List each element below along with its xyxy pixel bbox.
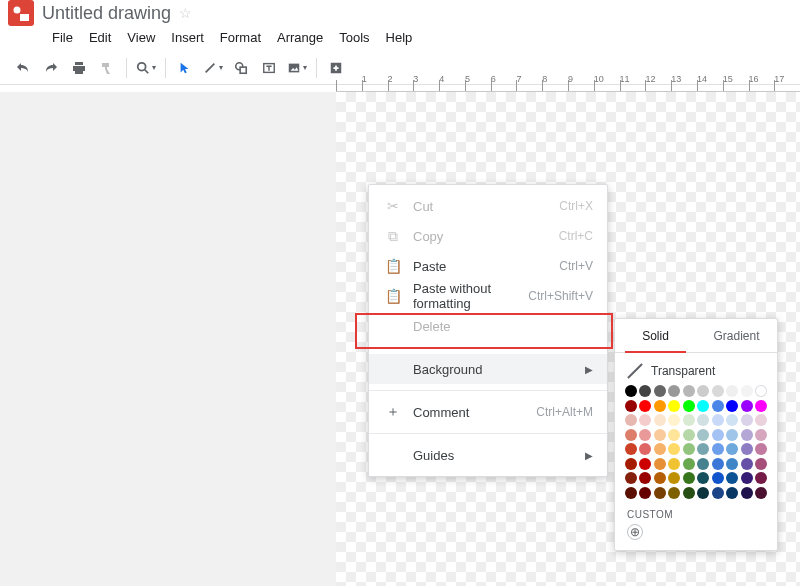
line-tool-icon[interactable] bbox=[200, 55, 226, 81]
color-swatch[interactable] bbox=[668, 443, 680, 455]
ctx-background[interactable]: Background ▶ bbox=[369, 354, 607, 384]
color-swatch[interactable] bbox=[755, 414, 767, 426]
color-swatch[interactable] bbox=[625, 458, 637, 470]
zoom-icon[interactable] bbox=[133, 55, 159, 81]
ctx-paste[interactable]: 📋 Paste Ctrl+V bbox=[369, 251, 607, 281]
color-swatch[interactable] bbox=[654, 443, 666, 455]
color-swatch[interactable] bbox=[625, 472, 637, 484]
color-swatch[interactable] bbox=[654, 400, 666, 412]
menu-insert[interactable]: Insert bbox=[165, 28, 210, 47]
color-swatch[interactable] bbox=[741, 400, 753, 412]
color-swatch[interactable] bbox=[683, 385, 695, 397]
menu-format[interactable]: Format bbox=[214, 28, 267, 47]
color-swatch[interactable] bbox=[697, 443, 709, 455]
color-swatch[interactable] bbox=[654, 458, 666, 470]
color-swatch[interactable] bbox=[683, 458, 695, 470]
tab-solid[interactable]: Solid bbox=[615, 319, 696, 352]
color-swatch[interactable] bbox=[668, 458, 680, 470]
star-icon[interactable]: ☆ bbox=[179, 5, 192, 21]
color-swatch[interactable] bbox=[683, 487, 695, 499]
color-swatch[interactable] bbox=[741, 414, 753, 426]
color-swatch[interactable] bbox=[683, 414, 695, 426]
menu-file[interactable]: File bbox=[46, 28, 79, 47]
color-swatch[interactable] bbox=[741, 458, 753, 470]
textbox-icon[interactable] bbox=[256, 55, 282, 81]
color-swatch[interactable] bbox=[697, 472, 709, 484]
color-swatch[interactable] bbox=[654, 414, 666, 426]
color-swatch[interactable] bbox=[712, 443, 724, 455]
menu-edit[interactable]: Edit bbox=[83, 28, 117, 47]
color-swatch[interactable] bbox=[726, 458, 738, 470]
color-swatch[interactable] bbox=[755, 385, 767, 397]
color-swatch[interactable] bbox=[639, 429, 651, 441]
color-swatch[interactable] bbox=[668, 472, 680, 484]
image-icon[interactable] bbox=[284, 55, 310, 81]
color-swatch[interactable] bbox=[639, 400, 651, 412]
color-swatch[interactable] bbox=[755, 472, 767, 484]
app-logo[interactable] bbox=[8, 0, 34, 26]
color-swatch[interactable] bbox=[697, 414, 709, 426]
color-swatch[interactable] bbox=[712, 487, 724, 499]
color-swatch[interactable] bbox=[697, 400, 709, 412]
color-swatch[interactable] bbox=[741, 429, 753, 441]
redo-icon[interactable] bbox=[38, 55, 64, 81]
color-swatch[interactable] bbox=[755, 429, 767, 441]
color-swatch[interactable] bbox=[639, 458, 651, 470]
color-swatch[interactable] bbox=[625, 429, 637, 441]
menu-view[interactable]: View bbox=[121, 28, 161, 47]
color-swatch[interactable] bbox=[726, 472, 738, 484]
color-swatch[interactable] bbox=[755, 487, 767, 499]
document-title[interactable]: Untitled drawing bbox=[42, 3, 171, 24]
color-swatch[interactable] bbox=[755, 458, 767, 470]
color-swatch[interactable] bbox=[712, 429, 724, 441]
color-swatch[interactable] bbox=[668, 385, 680, 397]
color-swatch[interactable] bbox=[697, 458, 709, 470]
color-swatch[interactable] bbox=[741, 487, 753, 499]
color-swatch[interactable] bbox=[625, 487, 637, 499]
color-swatch[interactable] bbox=[668, 429, 680, 441]
color-swatch[interactable] bbox=[683, 429, 695, 441]
color-swatch[interactable] bbox=[726, 414, 738, 426]
paint-format-icon[interactable] bbox=[94, 55, 120, 81]
color-swatch[interactable] bbox=[726, 385, 738, 397]
color-swatch[interactable] bbox=[668, 414, 680, 426]
tab-gradient[interactable]: Gradient bbox=[696, 319, 777, 352]
color-swatch[interactable] bbox=[639, 487, 651, 499]
color-swatch[interactable] bbox=[712, 385, 724, 397]
color-swatch[interactable] bbox=[639, 414, 651, 426]
color-swatch[interactable] bbox=[755, 443, 767, 455]
color-swatch[interactable] bbox=[654, 429, 666, 441]
color-swatch[interactable] bbox=[668, 400, 680, 412]
color-swatch[interactable] bbox=[741, 443, 753, 455]
shape-tool-icon[interactable] bbox=[228, 55, 254, 81]
color-swatch[interactable] bbox=[741, 385, 753, 397]
color-swatch[interactable] bbox=[712, 458, 724, 470]
color-swatch[interactable] bbox=[625, 385, 637, 397]
add-custom-color[interactable]: ⊕ bbox=[627, 524, 643, 540]
color-swatch[interactable] bbox=[639, 443, 651, 455]
color-swatch[interactable] bbox=[639, 472, 651, 484]
color-swatch[interactable] bbox=[683, 443, 695, 455]
color-swatch[interactable] bbox=[726, 400, 738, 412]
menu-tools[interactable]: Tools bbox=[333, 28, 375, 47]
select-tool-icon[interactable] bbox=[172, 55, 198, 81]
transparent-option[interactable]: Transparent bbox=[615, 353, 777, 385]
ctx-comment[interactable]: ＋ Comment Ctrl+Alt+M bbox=[369, 397, 607, 427]
color-swatch[interactable] bbox=[726, 487, 738, 499]
color-swatch[interactable] bbox=[712, 472, 724, 484]
color-swatch[interactable] bbox=[697, 429, 709, 441]
color-swatch[interactable] bbox=[712, 400, 724, 412]
ctx-paste-unformatted[interactable]: 📋 Paste without formatting Ctrl+Shift+V bbox=[369, 281, 607, 311]
color-swatch[interactable] bbox=[668, 487, 680, 499]
color-swatch[interactable] bbox=[625, 414, 637, 426]
color-swatch[interactable] bbox=[697, 385, 709, 397]
color-swatch[interactable] bbox=[654, 487, 666, 499]
color-swatch[interactable] bbox=[712, 414, 724, 426]
color-swatch[interactable] bbox=[726, 429, 738, 441]
color-swatch[interactable] bbox=[625, 443, 637, 455]
color-swatch[interactable] bbox=[625, 400, 637, 412]
ctx-guides[interactable]: Guides ▶ bbox=[369, 440, 607, 470]
color-swatch[interactable] bbox=[741, 472, 753, 484]
color-swatch[interactable] bbox=[683, 472, 695, 484]
print-icon[interactable] bbox=[66, 55, 92, 81]
